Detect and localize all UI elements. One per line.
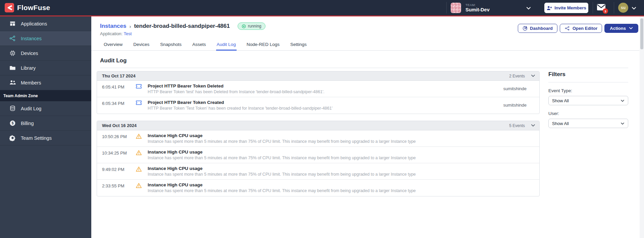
tab-assets[interactable]: Assets	[192, 41, 207, 51]
dashboard-button[interactable]: Dashboard	[518, 24, 557, 33]
select-chevron-down-icon	[621, 121, 625, 126]
team-name: Sumit-Dev	[465, 7, 490, 12]
audit-group-header[interactable]: Wed Oct 16 2024 5 Events	[97, 121, 539, 130]
tab-snapshots[interactable]: Snapshots	[159, 41, 182, 51]
breadcrumb-instances-link[interactable]: Instances	[100, 23, 126, 29]
sidebar-item-label: Library	[21, 65, 36, 71]
breadcrumb: Instances › tender-broad-billed-sandpipe…	[100, 22, 265, 30]
event-description: Instance has spent more than 5 minutes a…	[148, 188, 498, 193]
tab-overview[interactable]: Overview	[103, 41, 123, 51]
sidebar-item-billing[interactable]: $ Billing	[0, 116, 91, 131]
devices-chip-icon	[9, 50, 16, 56]
sidebar-item-applications[interactable]: Applications	[0, 16, 91, 31]
sidebar-item-devices[interactable]: Devices	[0, 46, 91, 61]
members-people-icon	[9, 79, 16, 86]
svg-text:$: $	[12, 121, 14, 125]
application-line: Application: Test	[100, 31, 132, 36]
event-body: Project HTTP Bearer Token Created HTTP B…	[148, 100, 498, 111]
instance-action-buttons: Dashboard Open Editor Actions	[518, 24, 638, 33]
person-plus-icon	[546, 6, 552, 10]
event-title: Instance High CPU usage	[148, 133, 498, 138]
warning-triangle-icon	[136, 166, 143, 172]
collapse-chevron-icon[interactable]	[531, 124, 535, 127]
status-badge: running	[238, 22, 265, 30]
tab-devices[interactable]: Devices	[133, 41, 150, 51]
group-event-count: 2 Events	[509, 74, 525, 78]
event-user	[498, 133, 535, 136]
sidebar-item-label: Instances	[21, 36, 42, 41]
audit-group-header[interactable]: Thu Oct 17 2024 2 Events	[97, 71, 539, 81]
open-editor-button[interactable]: Open Editor	[560, 24, 602, 33]
event-title: Instance High CPU usage	[148, 150, 498, 155]
group-date: Wed Oct 16 2024	[102, 123, 137, 128]
actions-chevron-down-icon	[629, 27, 633, 30]
scrollbar-thumb[interactable]	[640, 18, 643, 49]
user-menu-chevron-down-icon[interactable]	[632, 5, 636, 11]
billing-dollar-icon: $	[9, 120, 16, 126]
sidebar-item-label: Applications	[21, 21, 47, 26]
filters-title: Filters	[548, 71, 628, 82]
instances-icon	[9, 35, 16, 42]
invite-members-label: Invite Members	[554, 5, 586, 10]
group-event-count: 5 Events	[509, 123, 525, 128]
topbar-divider	[446, 2, 447, 13]
event-time: 6:05:34 PM	[102, 100, 133, 106]
section-divider	[100, 68, 628, 68]
team-chevron-down-icon[interactable]	[526, 5, 531, 11]
tab-audit-log[interactable]: Audit Log	[216, 41, 237, 51]
actions-label: Actions	[610, 26, 626, 31]
event-title: Instance High CPU usage	[148, 182, 498, 187]
event-body: Instance High CPU usage Instance has spe…	[148, 150, 498, 160]
page-scrollbar[interactable]	[640, 16, 644, 238]
event-user	[498, 150, 535, 152]
sidebar-item-label: Devices	[21, 51, 38, 56]
flowfuse-logo-icon	[5, 3, 14, 12]
sidebar-item-label: Team Settings	[21, 135, 52, 141]
warning-triangle-icon	[136, 150, 143, 156]
invite-members-button[interactable]: Invite Members	[544, 3, 588, 13]
status-text: running	[248, 24, 261, 28]
team-settings-gear-icon	[9, 135, 16, 141]
event-title: Instance High CPU usage	[148, 166, 498, 171]
user-avatar[interactable]: su	[618, 3, 628, 13]
application-link[interactable]: Test	[124, 31, 132, 36]
event-description: HTTP Bearer Token 'Test Token' has been …	[148, 106, 498, 111]
event-type-select[interactable]: Show All	[548, 96, 628, 105]
user-filter-label: User:	[548, 111, 628, 116]
notification-count-badge: 3	[603, 8, 608, 14]
sidebar-item-instances[interactable]: Instances	[0, 31, 91, 46]
token-ticket-icon	[136, 84, 143, 89]
collapse-chevron-icon[interactable]	[531, 74, 535, 77]
event-description: Instance has spent more than 5 minutes a…	[148, 139, 498, 144]
audit-event-row: 9:49:02 PM Instance High CPU usage Insta…	[97, 163, 539, 180]
event-title: Project HTTP Bearer Token Created	[148, 100, 498, 105]
select-chevron-down-icon	[621, 98, 625, 103]
actions-button[interactable]: Actions	[604, 24, 638, 33]
brand-logo[interactable]: FlowFuse	[5, 3, 50, 12]
applications-icon	[9, 20, 16, 27]
team-label: TEAM:	[465, 3, 490, 7]
tab-node-red-logs[interactable]: Node-RED Logs	[246, 41, 280, 51]
event-time: 10:50:26 PM	[102, 133, 133, 139]
topbar-divider	[614, 2, 614, 13]
audit-event-row: 6:05:41 PM Project HTTP Bearer Token Del…	[97, 81, 539, 97]
warning-triangle-icon	[136, 183, 143, 188]
team-selector[interactable]: TEAM: Sumit-Dev	[451, 2, 535, 13]
audit-event-row: 2:33:55 PM Instance High CPU usage Insta…	[97, 180, 539, 196]
event-body: Instance High CPU usage Instance has spe…	[148, 182, 498, 193]
event-description: HTTP Bearer Token 'test' has been Delete…	[148, 90, 498, 94]
warning-triangle-icon	[136, 133, 143, 139]
sidebar-item-team-settings[interactable]: Team Settings	[0, 131, 91, 145]
group-date: Thu Oct 17 2024	[102, 73, 136, 78]
event-time: 6:05:41 PM	[102, 83, 133, 90]
sidebar-item-audit-log[interactable]: Audit Log	[0, 101, 91, 116]
editor-branch-icon	[564, 26, 570, 31]
user-select[interactable]: Show All	[548, 119, 628, 128]
topbar-divider	[593, 2, 593, 13]
tab-settings[interactable]: Settings	[290, 41, 307, 51]
team-avatar	[451, 3, 461, 13]
instance-tabs: Overview Devices Snapshots Assets Audit …	[91, 41, 639, 51]
sidebar-item-label: Audit Log	[21, 106, 41, 111]
sidebar-item-members[interactable]: Members	[0, 75, 91, 90]
sidebar-item-library[interactable]: Library	[0, 61, 91, 75]
